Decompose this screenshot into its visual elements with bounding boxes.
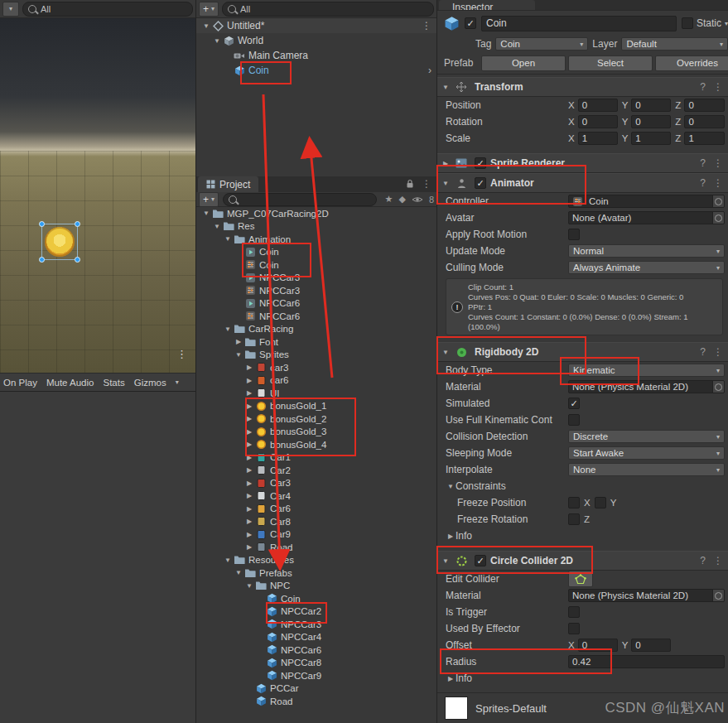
freeze-position-y-checkbox[interactable] bbox=[595, 497, 606, 509]
tree-item-animation[interactable]: ▼Animation bbox=[196, 233, 436, 246]
tree-item-coin[interactable]: Coin bbox=[196, 246, 436, 259]
prefab-open-button[interactable]: Open bbox=[481, 55, 566, 71]
foldout-closed-icon[interactable]: ▶ bbox=[244, 415, 254, 422]
foldout-closed-icon[interactable]: ▶ bbox=[244, 480, 254, 487]
foldout-closed-icon[interactable]: ▶ bbox=[244, 505, 254, 513]
foldout-closed-icon[interactable]: ▶ bbox=[244, 492, 254, 499]
foldout-closed-icon[interactable]: ▶ bbox=[244, 377, 254, 384]
simulated-checkbox[interactable]: ✓ bbox=[568, 398, 580, 409]
use-full-kinematic-cont-checkbox[interactable] bbox=[568, 414, 580, 426]
tree-item-npccar3[interactable]: NPCCar3 bbox=[196, 284, 436, 297]
foldout-closed-icon[interactable]: ▶ bbox=[244, 466, 254, 474]
tree-item-npccar8[interactable]: NPCCar8 bbox=[196, 657, 436, 670]
controller-object-field[interactable]: Coin bbox=[568, 195, 725, 208]
tree-item-untitled[interactable]: ▼Untitled*⋮ bbox=[196, 18, 436, 33]
kebab-menu-icon[interactable]: ⋮ bbox=[713, 346, 723, 358]
help-icon[interactable]: ? bbox=[700, 81, 706, 93]
foldout-closed-icon[interactable]: ▶ bbox=[234, 338, 243, 345]
tree-item-car3[interactable]: ▶Car3 bbox=[196, 477, 436, 490]
help-icon[interactable]: ? bbox=[700, 346, 706, 358]
update-mode-dropdown[interactable]: Normal▾ bbox=[568, 244, 725, 258]
project-add-button[interactable]: + ▾ bbox=[199, 192, 219, 207]
selection-handle[interactable] bbox=[39, 257, 45, 263]
foldout-open-icon[interactable]: ▼ bbox=[244, 582, 254, 590]
tree-item-car2[interactable]: ▶Car2 bbox=[196, 464, 436, 477]
scene-viewport[interactable]: ⋮ bbox=[0, 18, 195, 373]
help-icon[interactable]: ? bbox=[700, 555, 706, 566]
tag-dropdown[interactable]: Coin ▾ bbox=[495, 37, 588, 51]
help-icon[interactable]: ? bbox=[700, 177, 706, 189]
help-icon[interactable]: ? bbox=[700, 157, 706, 169]
material-object-field[interactable]: None (Physics Material 2D) bbox=[568, 589, 725, 602]
tree-item-car8[interactable]: ▶Car8 bbox=[196, 515, 436, 528]
foldout-open-icon[interactable]: ▼ bbox=[446, 483, 456, 490]
tree-item-ui[interactable]: ▶UI bbox=[196, 387, 436, 400]
foldout-closed-icon[interactable]: ▶ bbox=[446, 675, 456, 682]
scale-z-field[interactable]: 1 bbox=[684, 132, 725, 145]
tree-item-road[interactable]: Road bbox=[196, 695, 436, 708]
game-toolbar-mute-audio[interactable]: Mute Audio bbox=[46, 378, 94, 388]
scene-dropdown-button[interactable]: ▾ bbox=[2, 2, 19, 17]
foldout-open-icon[interactable]: ▼ bbox=[212, 223, 222, 230]
foldout-closed-icon[interactable]: ▶ bbox=[441, 160, 451, 167]
game-toolbar-on-play[interactable]: On Play bbox=[3, 378, 37, 388]
kebab-menu-icon[interactable]: ⋮ bbox=[713, 157, 723, 169]
static-checkbox[interactable] bbox=[682, 17, 693, 29]
tree-item-road[interactable]: ▶Road bbox=[196, 541, 436, 554]
prefab-select-button[interactable]: Select bbox=[568, 55, 653, 71]
tree-item-npccar3[interactable]: NPCCar3 bbox=[196, 618, 436, 631]
tree-item-bonusgold-2[interactable]: ▶bonusGold_2 bbox=[196, 412, 436, 426]
foldout-closed-icon[interactable]: ▶ bbox=[244, 389, 254, 397]
apply-root-motion-checkbox[interactable] bbox=[568, 229, 580, 240]
tree-item-car6[interactable]: ▶Car6 bbox=[196, 503, 436, 516]
foldout-open-icon[interactable]: ▼ bbox=[441, 180, 451, 187]
tree-item-font[interactable]: ▶Font bbox=[196, 335, 436, 349]
foldout-closed-icon[interactable]: ▶ bbox=[446, 533, 456, 540]
tree-item-npccar2[interactable]: NPCCar2 bbox=[196, 605, 436, 619]
tree-item-pccar[interactable]: PCCar bbox=[196, 682, 436, 696]
object-picker-icon[interactable] bbox=[712, 212, 724, 224]
offset-y-field[interactable]: 0 bbox=[631, 639, 671, 652]
eye-icon[interactable] bbox=[412, 195, 423, 204]
tree-item-car3[interactable]: ▶car3 bbox=[196, 361, 436, 374]
body-type-dropdown[interactable]: Kinematic▾ bbox=[568, 364, 725, 377]
tree-item-car6[interactable]: ▶car6 bbox=[196, 374, 436, 388]
position-x-field[interactable]: 0 bbox=[578, 99, 618, 112]
tree-item-resources[interactable]: ▼Resources bbox=[196, 554, 436, 567]
culling-mode-dropdown[interactable]: Always Animate▾ bbox=[568, 261, 725, 274]
foldout-open-icon[interactable]: ▼ bbox=[223, 557, 233, 564]
prefab-overrides-button[interactable]: Overrides bbox=[655, 55, 728, 71]
tree-item-sprites[interactable]: ▼Sprites bbox=[196, 349, 436, 362]
object-picker-icon[interactable] bbox=[712, 381, 724, 393]
rotation-z-field[interactable]: 0 bbox=[684, 115, 725, 128]
position-y-field[interactable]: 0 bbox=[631, 99, 671, 112]
object-picker-icon[interactable] bbox=[712, 590, 724, 601]
tree-item-bonusgold-4[interactable]: ▶bonusGold_4 bbox=[196, 438, 436, 451]
gameobject-name-field[interactable]: Coin bbox=[481, 16, 677, 31]
foldout-open-icon[interactable]: ▼ bbox=[234, 351, 243, 359]
coin-gizmo[interactable] bbox=[41, 224, 78, 260]
scale-x-field[interactable]: 1 bbox=[578, 132, 618, 145]
tree-item-res[interactable]: ▼Res bbox=[196, 220, 436, 234]
rotation-x-field[interactable]: 0 bbox=[578, 115, 618, 128]
game-toolbar-stats[interactable]: Stats bbox=[103, 378, 124, 388]
component-header-sprite-renderer[interactable]: ▶✓Sprite Renderer?⋮ bbox=[437, 153, 728, 173]
selection-handle[interactable] bbox=[75, 257, 80, 263]
component-header-rigidbody-2d[interactable]: ▼Rigidbody 2D?⋮ bbox=[437, 342, 728, 362]
offset-x-field[interactable]: 0 bbox=[578, 639, 618, 652]
kebab-menu-icon[interactable]: ⋮ bbox=[422, 20, 431, 31]
tree-item-npccar9[interactable]: NPCCar9 bbox=[196, 669, 436, 682]
tree-item-prefabs[interactable]: ▼Prefabs bbox=[196, 566, 436, 580]
component-enabled-checkbox[interactable]: ✓ bbox=[475, 177, 486, 189]
tree-item-npccar3[interactable]: NPCCar3 bbox=[196, 272, 436, 285]
tree-item-carracing[interactable]: ▼CarRacing bbox=[196, 323, 436, 336]
selection-handle[interactable] bbox=[75, 221, 80, 227]
foldout-closed-icon[interactable]: ▶ bbox=[244, 518, 254, 525]
freeze-position-x-checkbox[interactable] bbox=[568, 497, 580, 509]
foldout-open-icon[interactable]: ▼ bbox=[223, 325, 233, 333]
radius-field[interactable]: 0.42 bbox=[568, 655, 725, 668]
component-enabled-checkbox[interactable]: ✓ bbox=[475, 555, 486, 566]
foldout-open-icon[interactable]: ▼ bbox=[441, 557, 451, 565]
tree-item-car1[interactable]: ▶Car1 bbox=[196, 451, 436, 465]
used-by-effector-checkbox[interactable] bbox=[568, 623, 580, 634]
